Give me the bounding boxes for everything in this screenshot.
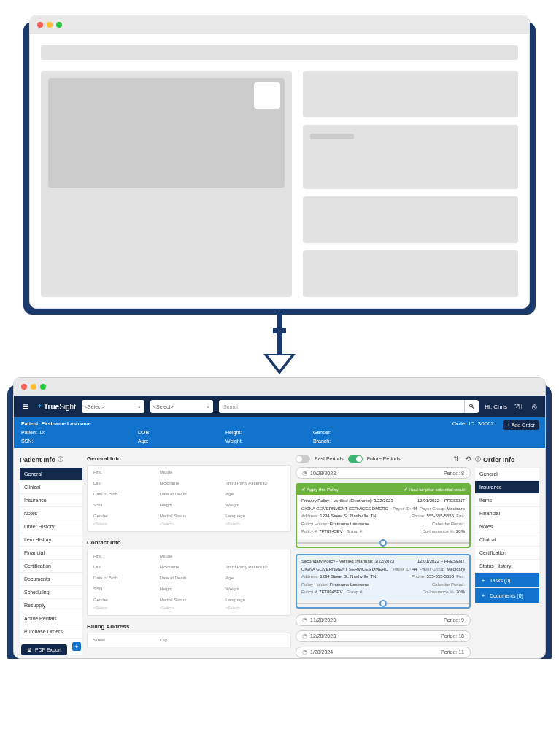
- wireframe-left-placeholder: [41, 71, 292, 297]
- info-icon[interactable]: ⓘ: [475, 455, 481, 463]
- street-field[interactable]: Street: [93, 638, 153, 642]
- wireframe-titlebar: [30, 15, 529, 34]
- sidebar-item-financial[interactable]: Financial: [20, 547, 82, 560]
- top-select-2[interactable]: <Select>⌄: [150, 400, 213, 413]
- policy-slider[interactable]: [297, 600, 469, 607]
- patient-info-title: Patient Infoⓘ: [20, 454, 82, 468]
- period-row-8[interactable]: ◔10/28/2023 Period: 8: [296, 467, 471, 479]
- check-icon: ✔: [404, 487, 408, 492]
- policy-slider[interactable]: [297, 539, 469, 547]
- patient-name: Patient: Firstname Lastname: [21, 421, 138, 426]
- marital-field[interactable]: Marital Status: [160, 514, 219, 518]
- third-party-field[interactable]: Third Party Patient ID: [225, 481, 285, 485]
- middle-field[interactable]: Middle: [160, 470, 219, 474]
- age-field[interactable]: Age: [225, 492, 285, 496]
- period-row-10[interactable]: ◔12/28/2023 Period: 10: [296, 630, 471, 642]
- order-item-clinical[interactable]: Clinical: [475, 533, 539, 547]
- connector-arrow: [0, 307, 559, 374]
- past-periods-toggle[interactable]: [296, 455, 310, 463]
- first-field[interactable]: First: [93, 470, 153, 474]
- order-item-insurance[interactable]: Insurance: [475, 481, 539, 494]
- sidebar-item-insurance[interactable]: Insurance: [20, 494, 82, 507]
- app-window: ≡ ✦ TrueSight <Select>⌄ <Select>⌄ Search…: [13, 377, 546, 659]
- search-input[interactable]: Search: [219, 400, 464, 413]
- search-icon: 🔍︎: [469, 403, 475, 410]
- sidebar-item-clinical[interactable]: Clinical: [20, 481, 82, 494]
- order-id: Order ID: 30662: [452, 420, 494, 427]
- sidebar-item-scheduling[interactable]: Scheduling: [20, 586, 82, 599]
- sidebar-item-purchase-orders[interactable]: Purchase Orders: [20, 625, 82, 639]
- height-field[interactable]: Height: [160, 503, 219, 507]
- refresh-icon[interactable]: ⟲: [465, 455, 471, 463]
- c-middle-field[interactable]: Middle: [160, 554, 219, 558]
- minimize-dot: [47, 22, 53, 28]
- c-last-field[interactable]: Last: [93, 565, 153, 569]
- help-icon[interactable]: ?⃝: [513, 402, 523, 411]
- menu-icon[interactable]: ≡: [20, 401, 31, 412]
- c-age-field[interactable]: Age: [225, 576, 285, 580]
- pdf-export-button[interactable]: 🗎PDF Export: [21, 644, 67, 655]
- sidebar-item-notes[interactable]: Notes: [20, 507, 82, 520]
- language-field[interactable]: Language: [225, 514, 285, 518]
- city-field[interactable]: City: [160, 638, 219, 642]
- gender-field[interactable]: Gender: [93, 514, 153, 518]
- sidebar-item-order-history[interactable]: Order History: [20, 520, 82, 533]
- weight-field[interactable]: Weight: [225, 503, 285, 507]
- plus-icon[interactable]: +: [479, 592, 487, 599]
- search-button[interactable]: 🔍︎: [464, 400, 479, 413]
- c-first-field[interactable]: First: [93, 554, 153, 558]
- sidebar-item-item-history[interactable]: Item History: [20, 533, 82, 547]
- branch-label: Branch:: [313, 439, 401, 444]
- secondary-policy-card[interactable]: Secondary Policy - Verified (Manual): 3/…: [296, 554, 471, 609]
- wireframe-topbar-placeholder: [41, 45, 518, 60]
- order-item-status-history[interactable]: Status History: [475, 560, 539, 573]
- help-icon[interactable]: ⓘ: [58, 455, 63, 463]
- period-row-9[interactable]: ◔11/28/2023 Period: 9: [296, 614, 471, 626]
- close-dot[interactable]: [21, 384, 27, 390]
- maximize-dot[interactable]: [40, 384, 46, 390]
- c-third-party-field[interactable]: Third Party Patient ID: [225, 565, 285, 569]
- sidebar-item-documents[interactable]: Documents: [20, 573, 82, 586]
- primary-policy-card[interactable]: ✔ Apply this Policy ✔ Hold for prior sub…: [296, 483, 471, 548]
- dob-field[interactable]: Date of Birth: [93, 492, 153, 496]
- future-periods-toggle[interactable]: [348, 455, 363, 463]
- add-task-icon[interactable]: +: [72, 642, 81, 651]
- ssn-label: SSN:: [21, 439, 138, 444]
- top-select-1[interactable]: <Select>⌄: [82, 400, 144, 413]
- order-item-tasks[interactable]: +Tasks (0): [475, 573, 539, 588]
- c-language-field[interactable]: Language: [225, 598, 285, 602]
- c-height-field[interactable]: Height: [160, 587, 219, 591]
- order-item-documents[interactable]: +Documents (0): [475, 588, 539, 603]
- sidebar-item-active-rentals[interactable]: Active Rentals: [20, 612, 82, 625]
- c-gender-field[interactable]: Gender: [93, 598, 153, 602]
- plus-icon[interactable]: +: [479, 576, 487, 584]
- height-label: Height:: [225, 430, 313, 435]
- order-item-financial[interactable]: Financial: [475, 507, 539, 520]
- billing-form: Street City: [87, 633, 291, 647]
- c-weight-field[interactable]: Weight: [225, 587, 285, 591]
- minimize-dot[interactable]: [31, 384, 36, 390]
- sidebar-item-certification[interactable]: Certification: [20, 560, 82, 573]
- ssn-field[interactable]: SSN: [93, 503, 153, 507]
- order-item-notes[interactable]: Notes: [475, 520, 539, 533]
- wireframe-right-box-3: [303, 196, 518, 243]
- clock-icon: ◔: [302, 617, 307, 623]
- c-dod-field[interactable]: Date of Death: [160, 576, 219, 580]
- app-titlebar: [14, 378, 545, 396]
- order-item-certification[interactable]: Certification: [475, 547, 539, 560]
- sort-icon[interactable]: ⇅: [453, 455, 459, 463]
- sidebar-item-general[interactable]: General: [20, 468, 82, 481]
- order-item-items[interactable]: Items: [475, 494, 539, 507]
- dod-field[interactable]: Date of Death: [160, 492, 219, 496]
- nickname-field[interactable]: Nickname: [160, 481, 219, 485]
- c-marital-field[interactable]: Marital Status: [160, 598, 219, 602]
- last-field[interactable]: Last: [93, 481, 153, 485]
- c-nickname-field[interactable]: Nickname: [160, 565, 219, 569]
- period-row-11[interactable]: ◔1/28/2024 Period: 11: [296, 647, 471, 658]
- c-ssn-field[interactable]: SSN: [93, 587, 153, 591]
- logout-icon[interactable]: ⎋: [529, 402, 539, 411]
- add-order-button[interactable]: + Add Order: [503, 420, 539, 430]
- c-dob-field[interactable]: Date of Birth: [93, 576, 153, 580]
- order-item-general[interactable]: General: [475, 468, 539, 481]
- sidebar-item-resupply[interactable]: Resupply: [20, 599, 82, 612]
